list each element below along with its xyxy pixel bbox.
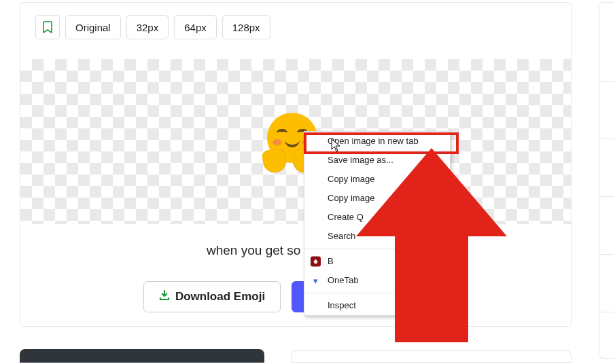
onetab-icon: ▾ [311,276,321,286]
cm-inspect[interactable]: Inspect [304,296,450,315]
cm-label: Save image as... [328,155,393,166]
cm-label: Copy image [328,193,374,204]
cm-label: Copy image [328,174,374,185]
cm-search-image[interactable]: Search s [304,227,450,246]
cm-label: Create Q [328,212,364,223]
cm-separator [304,293,450,293]
bookmark-button[interactable] [35,15,60,39]
cm-label-trail: age [429,212,444,223]
emoji-card: Original 32px 64px 128px when you get so… [20,2,572,327]
action-row: Download Emoji Add [20,281,571,312]
dark-footer-fragment [20,349,264,363]
cm-ublock[interactable]: B ... [304,252,450,271]
chevron-right-icon: ▶ [439,275,444,286]
size-128-button[interactable]: 128px [222,15,270,39]
size-original-button[interactable]: Original [65,15,121,39]
download-icon [159,290,170,304]
cm-save-image-as[interactable]: Save image as... [304,151,450,170]
cm-separator [304,249,450,249]
size-toolbar: Original 32px 64px 128px [20,3,571,49]
cm-label: OneTab [328,275,359,286]
size-64-button[interactable]: 64px [174,15,217,39]
light-footer-fragment [291,350,572,363]
emoji-caption: when you get so lost in thought [20,243,571,258]
cm-copy-image[interactable]: Copy image [304,170,450,189]
cm-copy-image-address[interactable]: Copy image [304,189,450,208]
cm-label: Open image in new tab [328,136,419,147]
cm-label-trail: s [440,231,445,242]
cm-label-trail: ... [437,256,444,267]
download-emoji-button[interactable]: Download Emoji [143,281,281,312]
cm-create-qr[interactable]: Create Q age [304,208,450,227]
cm-open-image-new-tab[interactable]: Open image in new tab [304,132,450,151]
side-panel [599,2,614,359]
cm-onetab[interactable]: ▾ OneTab ▶ [304,271,450,290]
download-label: Download Emoji [175,290,265,304]
cm-label: B [328,256,334,267]
ublock-icon [311,257,321,267]
emoji-preview-area[interactable] [20,59,571,224]
context-menu: Open image in new tab Save image as... C… [304,131,451,316]
cm-label: Search [328,231,355,242]
bookmark-icon [43,21,52,33]
cm-label: Inspect [328,300,356,311]
size-32-button[interactable]: 32px [126,15,169,39]
